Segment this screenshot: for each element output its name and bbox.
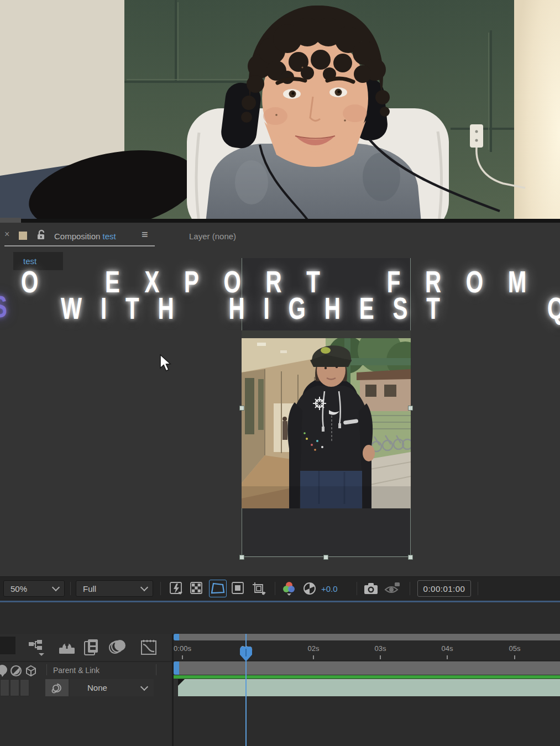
tab-layer-label: Layer <box>189 232 210 241</box>
ruler-tick <box>514 655 515 659</box>
ruler-label: 03s <box>375 644 386 653</box>
comp-mini-flowchart-icon[interactable] <box>28 639 48 658</box>
shy-cube-icon <box>24 664 38 677</box>
tab-composition[interactable]: Composition test <box>54 232 116 241</box>
resolution-dropdown[interactable]: Full <box>76 580 153 597</box>
motion-blur-icon[interactable] <box>108 639 127 655</box>
layer-handle-bottom-right[interactable] <box>408 555 413 560</box>
layer-handle-mid-left[interactable] <box>239 406 244 411</box>
panel-menu-icon[interactable]: ≡ <box>142 228 148 241</box>
graph-editor-icon[interactable] <box>139 638 158 656</box>
panel-swatch-icon <box>19 232 27 240</box>
webcam-bottom-edge <box>21 219 560 223</box>
exposure-icon[interactable] <box>302 581 317 596</box>
tab-layer[interactable]: Layer (none) <box>189 232 236 241</box>
comp-color-button[interactable] <box>0 637 15 654</box>
work-area-bar[interactable] <box>179 661 560 675</box>
active-tab-underline <box>4 245 155 246</box>
render-bar-green <box>174 675 560 679</box>
parent-dropdown[interactable]: None <box>70 679 154 696</box>
scrollbar-left-cap[interactable] <box>174 634 179 640</box>
timeline-panel-top <box>0 602 560 634</box>
lamp-glow <box>514 0 560 223</box>
close-icon[interactable]: × <box>4 229 9 239</box>
solo-contrast-icon <box>9 664 23 677</box>
parent-link-header[interactable]: Parent & Link <box>53 666 100 675</box>
exposure-value[interactable]: +0.0 <box>321 584 338 593</box>
ruler-tick <box>447 655 448 659</box>
unlock-icon[interactable] <box>35 229 46 240</box>
frame-blending-icon[interactable] <box>83 638 101 656</box>
layer-duration-bar[interactable] <box>178 679 560 696</box>
mask-visibility-button-active[interactable] <box>209 580 227 597</box>
ruler-tick <box>182 655 183 659</box>
layer-switch[interactable] <box>20 679 29 696</box>
layer-handle-bottom-left[interactable] <box>239 555 244 560</box>
snapshot-camera-icon[interactable] <box>363 581 379 596</box>
timeline-empty-area <box>174 696 560 746</box>
ruler-label: 05s <box>509 644 521 653</box>
magnification-value: 50% <box>11 584 27 593</box>
mouse-cursor <box>159 354 172 373</box>
pick-whip-icon <box>51 682 62 694</box>
layer-handle-mid-right[interactable] <box>408 406 413 411</box>
ruler-tick <box>380 655 381 659</box>
chevron-down-icon <box>52 584 60 591</box>
overlay-partial-letter-right: Q <box>547 293 560 324</box>
timeline-scrollbar[interactable] <box>179 634 560 640</box>
webcam-video <box>0 0 560 223</box>
crop-to-roi-icon[interactable] <box>252 581 267 596</box>
layer-switch[interactable] <box>10 679 19 696</box>
webcam-scene <box>0 0 560 223</box>
mask-visibility-icon <box>210 580 226 597</box>
pick-whip-well[interactable] <box>45 679 69 696</box>
layer-handle-bottom-center[interactable] <box>323 555 328 560</box>
show-snapshot-eye-icon[interactable] <box>384 581 400 596</box>
panel-corner <box>0 218 21 223</box>
chevron-down-icon <box>140 682 148 690</box>
chevron-down-icon <box>140 584 148 591</box>
ruler-tick <box>313 655 314 659</box>
region-of-interest-icon[interactable] <box>231 581 245 596</box>
draft-3d-icon[interactable] <box>57 639 76 655</box>
layer-switch[interactable] <box>0 679 9 696</box>
fast-previews-icon[interactable] <box>169 581 184 596</box>
parent-dropdown-value: None <box>87 683 107 692</box>
video-letterbox-top <box>242 330 411 338</box>
tab-layer-value: (none) <box>212 232 236 241</box>
tab-composition-compname: test <box>103 232 116 241</box>
ruler-label: 0:00s <box>174 644 191 653</box>
resolution-value: Full <box>83 584 96 593</box>
transparency-grid-icon[interactable] <box>190 581 204 596</box>
channel-settings-icon[interactable] <box>281 580 297 597</box>
tab-composition-label: Composition <box>54 232 100 241</box>
ruler-label: 04s <box>442 644 453 653</box>
work-area-start-handle[interactable] <box>174 661 179 675</box>
app-screenshot: { "comp_panel": { "tab_composition": {"c… <box>0 0 560 746</box>
time-ruler[interactable] <box>174 640 560 661</box>
magnification-dropdown[interactable]: 50% <box>3 580 65 597</box>
ruler-label: 02s <box>308 644 320 653</box>
overlay-text-line2: WITH HIGHEST <box>61 293 459 324</box>
power-outlet <box>470 124 483 148</box>
overlay-partial-letter-left: S <box>0 291 7 322</box>
video-frame <box>242 338 411 508</box>
balloon-icon <box>0 664 9 677</box>
timecode-display[interactable]: 0:00:01:00 <box>417 580 471 597</box>
